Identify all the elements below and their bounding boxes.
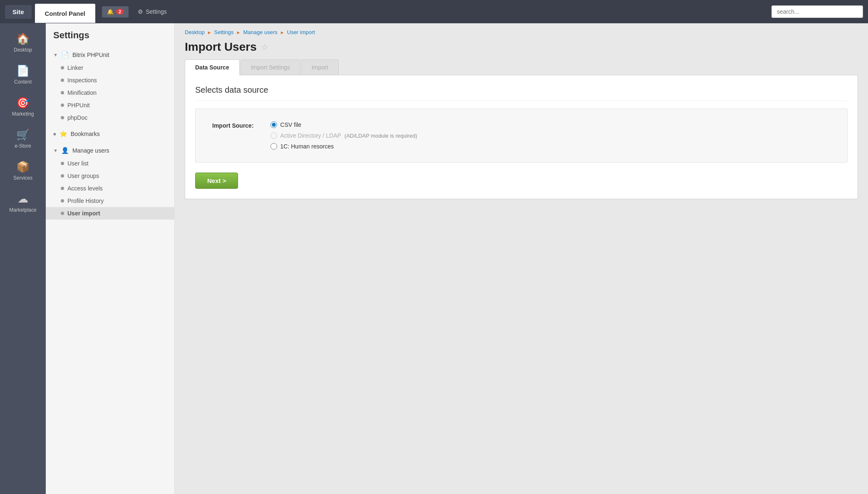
sidebar-item-desktop[interactable]: 🏠 Desktop (0, 27, 46, 59)
bullet-icon (61, 174, 64, 178)
chevron-down-icon: ▼ (53, 148, 58, 153)
services-icon: 📦 (16, 161, 30, 173)
main-layout: 🏠 Desktop 📄 Content 🎯 Marketing 🛒 e-Stor… (0, 23, 868, 494)
search-input[interactable] (771, 5, 863, 18)
option-ldap-label: Active Directory / LDAP (280, 132, 341, 139)
import-source-label: Import Source: (212, 121, 254, 129)
sidebar-group-manage-users-header[interactable]: ▼ 👤 Manage users (46, 144, 174, 157)
breadcrumb-sep-2: ► (236, 30, 241, 35)
sidebar-item-marketing-label: Marketing (12, 111, 34, 117)
notification-icon: 🔔 (107, 9, 114, 15)
sidebar-item-marketing[interactable]: 🎯 Marketing (0, 91, 46, 123)
option-1c-radio[interactable] (270, 143, 277, 150)
content-area: Desktop ► Settings ► Manage users ► User… (175, 23, 868, 494)
favorite-star-icon[interactable]: ☆ (261, 42, 268, 52)
settings-label: Settings (146, 8, 167, 15)
sidebar-item-inspections[interactable]: Inspections (46, 74, 174, 86)
sidebar-item-phpunit-label: PHPUnit (67, 102, 90, 109)
sidebar-item-estore[interactable]: 🛒 e-Store (0, 123, 46, 155)
breadcrumb-desktop[interactable]: Desktop (185, 29, 205, 35)
tabs-row: Data Source Import Settings Import (185, 59, 858, 75)
marketplace-icon: ☁ (17, 193, 28, 205)
sidebar-group-bookmarks-header[interactable]: ■ ⭐ Bookmarks (46, 127, 174, 141)
bullet-icon (61, 66, 64, 69)
bullet-icon (61, 187, 64, 190)
sidebar-item-minification-label: Minification (67, 89, 97, 96)
sidebar-item-user-import[interactable]: User import (46, 207, 174, 220)
sidebar-item-profile-history[interactable]: Profile History (46, 195, 174, 207)
import-source-box: Import Source: CSV file Active Directory… (195, 109, 848, 163)
sidebar-item-linker-label: Linker (67, 64, 83, 71)
sidebar-item-linker[interactable]: Linker (46, 62, 174, 74)
sidebar-item-content[interactable]: 📄 Content (0, 59, 46, 91)
breadcrumb-sep-1: ► (207, 30, 212, 35)
sidebar-item-phpdoc-label: phpDoc (67, 114, 87, 121)
bullet-icon (61, 104, 64, 107)
sidebar-item-estore-label: e-Store (15, 143, 31, 149)
sidebar-item-access-levels[interactable]: Access levels (46, 182, 174, 195)
option-csv-label: CSV file (280, 121, 302, 128)
bullet-icon (61, 199, 64, 203)
bullet-icon (61, 162, 64, 165)
sidebar-group-bitrix: ▼ 📄 Bitrix PHPUnit Linker Inspections Mi… (46, 47, 174, 126)
option-1c-label: 1C: Human resorces (280, 143, 334, 150)
document-icon: 📄 (61, 51, 69, 59)
marketing-icon: 🎯 (16, 96, 30, 109)
settings-sidebar: Settings ▼ 📄 Bitrix PHPUnit Linker Inspe… (46, 23, 175, 494)
sidebar-item-user-groups[interactable]: User groups (46, 170, 174, 182)
sidebar-item-marketplace[interactable]: ☁ Marketplace (0, 187, 46, 219)
content-icon: 📄 (16, 64, 30, 77)
sidebar-item-minification[interactable]: Minification (46, 86, 174, 99)
breadcrumb-manage-users[interactable]: Manage users (243, 29, 277, 35)
sidebar-item-content-label: Content (14, 79, 32, 85)
bullet-icon (61, 91, 64, 94)
option-ldap[interactable]: Active Directory / LDAP (AD/LDAP module … (270, 132, 417, 139)
option-csv[interactable]: CSV file (270, 121, 417, 128)
option-ldap-radio[interactable] (270, 132, 277, 139)
settings-button[interactable]: ⚙ Settings (132, 6, 173, 17)
sidebar-group-manage-users: ▼ 👤 Manage users User list User groups A… (46, 142, 174, 221)
tab-data-source[interactable]: Data Source (185, 59, 240, 75)
breadcrumb-sep-3: ► (280, 30, 285, 35)
sidebar-group-bookmarks: ■ ⭐ Bookmarks (46, 126, 174, 142)
sidebar-item-phpunit[interactable]: PHPUnit (46, 99, 174, 111)
sidebar-group-manage-users-label: Manage users (72, 147, 109, 154)
user-icon: 👤 (61, 147, 69, 154)
sidebar-item-services[interactable]: 📦 Services (0, 155, 46, 187)
sidebar-group-bitrix-label: Bitrix PHPUnit (72, 52, 109, 58)
bullet-icon (61, 116, 64, 119)
breadcrumb: Desktop ► Settings ► Manage users ► User… (175, 23, 868, 39)
home-icon: 🏠 (16, 32, 30, 45)
topbar: Site Control Panel 🔔 2 ⚙ Settings (0, 0, 868, 23)
sidebar-item-phpdoc[interactable]: phpDoc (46, 111, 174, 124)
sidebar-group-bitrix-header[interactable]: ▼ 📄 Bitrix PHPUnit (46, 48, 174, 62)
tab-import-settings[interactable]: Import Settings (241, 59, 300, 75)
sidebar-item-inspections-label: Inspections (67, 77, 97, 84)
notifications-button[interactable]: 🔔 2 (102, 6, 129, 17)
breadcrumb-settings[interactable]: Settings (214, 29, 234, 35)
bullet-small-icon: ■ (53, 131, 56, 136)
next-button[interactable]: Next > (195, 173, 238, 189)
notification-badge: 2 (116, 9, 124, 15)
sidebar-item-marketplace-label: Marketplace (9, 207, 36, 213)
control-panel-button[interactable]: Control Panel (35, 4, 96, 23)
option-1c[interactable]: 1C: Human resorces (270, 143, 417, 150)
sidebar-item-user-list[interactable]: User list (46, 157, 174, 170)
sidebar-item-user-import-label: User import (67, 210, 100, 217)
sidebar-group-bookmarks-label: Bookmarks (71, 131, 100, 137)
bullet-icon (61, 212, 64, 215)
gear-icon: ⚙ (138, 8, 143, 15)
settings-sidebar-title: Settings (46, 30, 174, 47)
site-button[interactable]: Site (5, 5, 32, 19)
bullet-icon (61, 79, 64, 82)
option-csv-radio[interactable] (270, 121, 277, 128)
breadcrumb-user-import[interactable]: User import (287, 29, 315, 35)
sidebar-item-user-groups-label: User groups (67, 173, 99, 179)
sidebar-item-user-list-label: User list (67, 160, 89, 167)
sidebar-item-desktop-label: Desktop (14, 47, 32, 53)
tab-import[interactable]: Import (301, 59, 339, 75)
section-title: Selects data source (195, 85, 848, 101)
icon-sidebar: 🏠 Desktop 📄 Content 🎯 Marketing 🛒 e-Stor… (0, 23, 46, 494)
sidebar-item-access-levels-label: Access levels (67, 185, 103, 192)
estore-icon: 🛒 (16, 128, 30, 141)
